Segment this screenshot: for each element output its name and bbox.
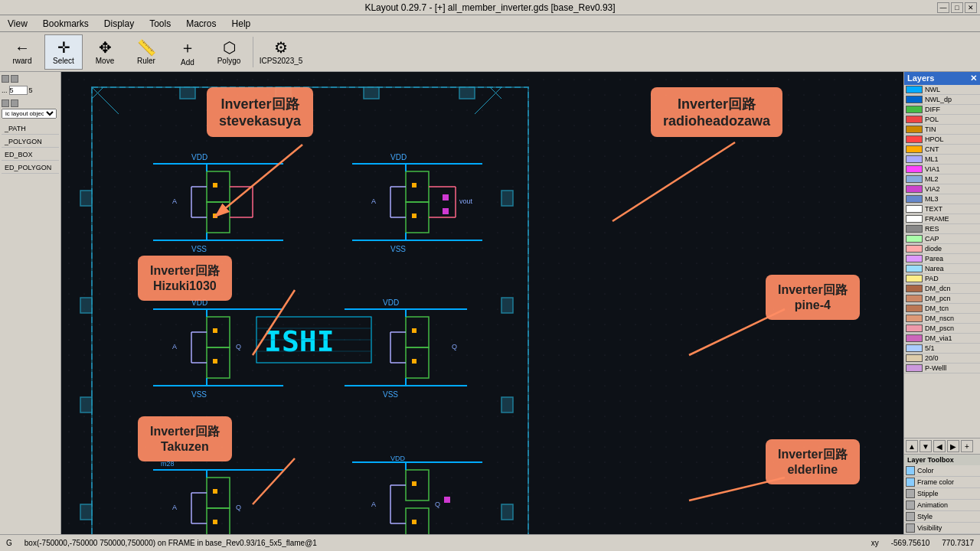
- path-tool[interactable]: _PATH: [2, 123, 59, 135]
- zoom-input[interactable]: [9, 86, 28, 95]
- svg-rect-44: [412, 183, 416, 187]
- svg-rect-110: [412, 481, 416, 486]
- add-tool-btn[interactable]: ＋ Add: [168, 34, 207, 70]
- layer-up-btn[interactable]: ▲: [906, 440, 918, 452]
- menu-view[interactable]: View: [3, 17, 32, 31]
- layer-nwl-dp[interactable]: NWL_dp: [904, 95, 980, 105]
- layer-text[interactable]: TEXT: [904, 204, 980, 214]
- sidebar-toggle-1[interactable]: [2, 75, 9, 83]
- layer-ml2-label: ML2: [925, 175, 939, 183]
- sub-toggle-2[interactable]: [11, 99, 18, 107]
- svg-rect-129: [501, 191, 513, 206]
- layer-dm-via1-label: DM_via1: [925, 334, 952, 342]
- svg-rect-118: [276, 87, 291, 99]
- layer-narea[interactable]: Narea: [904, 264, 980, 274]
- layer-frame-color-prop[interactable]: Frame color: [904, 477, 980, 488]
- ed-box-tool[interactable]: ED_BOX: [2, 149, 59, 161]
- menu-macros[interactable]: Macros: [181, 17, 220, 31]
- canvas-container[interactable]: [+] all_member_inverter.gds [base_Rev0.9…: [61, 72, 903, 534]
- layer-style-prop[interactable]: Style: [904, 511, 980, 523]
- back-tool-btn[interactable]: ← rward: [3, 34, 41, 70]
- layer-dm-dcn[interactable]: DM_dcn: [904, 284, 980, 294]
- close-button[interactable]: ✕: [965, 2, 977, 13]
- layer-diode[interactable]: diode: [904, 244, 980, 254]
- layer-ml1[interactable]: ML1: [904, 155, 980, 165]
- layer-res[interactable]: RES: [904, 224, 980, 234]
- layer-right-btn[interactable]: ▶: [947, 440, 959, 452]
- layer-5-1[interactable]: 5/1: [904, 344, 980, 354]
- layer-add-btn[interactable]: +: [961, 440, 973, 452]
- layer-dm-dcn-label: DM_dcn: [925, 285, 951, 292]
- layer-via1[interactable]: VIA1: [904, 165, 980, 174]
- svg-rect-127: [80, 397, 92, 412]
- layer-diff[interactable]: DIFF: [904, 105, 980, 115]
- svg-rect-81: [412, 359, 416, 364]
- layer-visibility-prop[interactable]: Visibility: [904, 523, 980, 534]
- layer-tin[interactable]: TIN: [904, 125, 980, 135]
- layer-animation-prop[interactable]: Animation: [904, 500, 980, 511]
- polygon-tool-btn[interactable]: ⬡ Polygo: [210, 34, 248, 70]
- polygon-sidebar-tool[interactable]: _POLYGON: [2, 136, 59, 148]
- svg-text:vout: vout: [459, 197, 473, 205]
- object-selector[interactable]: ic layout object: [2, 109, 57, 119]
- layer-pol[interactable]: POL: [904, 115, 980, 125]
- ed-polygon-tool[interactable]: ED_POLYGON: [2, 162, 59, 174]
- maximize-button[interactable]: □: [951, 2, 963, 13]
- icps-tool-btn[interactable]: ⚙ ICPS2023_5: [258, 34, 304, 70]
- status-g: G: [6, 539, 12, 547]
- layer-cnt[interactable]: CNT: [904, 145, 980, 155]
- polygon-icon: ⬡: [223, 38, 236, 57]
- layers-close-icon[interactable]: ✕: [970, 73, 977, 83]
- layer-dm-pcn[interactable]: DM_pcn: [904, 294, 980, 304]
- layer-hpol[interactable]: HPOL: [904, 135, 980, 145]
- svg-rect-132: [501, 504, 513, 520]
- layer-dm-pscn[interactable]: DM_pscn: [904, 324, 980, 334]
- menu-tools[interactable]: Tools: [145, 17, 175, 31]
- layer-5-1-label: 5/1: [925, 344, 935, 352]
- layer-dm-nscn[interactable]: DM_nscn: [904, 314, 980, 324]
- svg-rect-128: [80, 504, 92, 520]
- eda-canvas-svg[interactable]: VDD VSS A: [61, 72, 903, 534]
- move-tool-btn[interactable]: ✥ Move: [86, 34, 124, 70]
- layer-dm-tcn[interactable]: DM_tcn: [904, 304, 980, 314]
- layer-color-prop[interactable]: Color: [904, 465, 980, 477]
- layer-pad[interactable]: PAD: [904, 274, 980, 284]
- sidebar-toggle-2[interactable]: [11, 75, 18, 83]
- layer-cap[interactable]: CAP: [904, 234, 980, 244]
- layer-left-btn[interactable]: ◀: [933, 440, 946, 452]
- layer-nwl[interactable]: NWL: [904, 85, 980, 95]
- select-icon: ✛: [57, 38, 70, 57]
- layer-down-btn[interactable]: ▼: [920, 440, 932, 452]
- select-tool-btn[interactable]: ✛ Select: [44, 34, 83, 70]
- status-bar: G box(-750000,-750000 750000,750000) on …: [0, 534, 980, 551]
- menu-help[interactable]: Help: [227, 17, 256, 31]
- layer-color-label: Color: [917, 467, 934, 474]
- layer-frame[interactable]: FRAME: [904, 214, 980, 224]
- layer-parea[interactable]: Parea: [904, 254, 980, 264]
- minimize-button[interactable]: —: [937, 2, 949, 13]
- layer-via2[interactable]: VIA2: [904, 184, 980, 194]
- svg-rect-112: [444, 497, 450, 503]
- layer-stipple-prop[interactable]: Stipple: [904, 488, 980, 500]
- menu-bookmarks[interactable]: Bookmarks: [38, 17, 93, 31]
- svg-rect-26: [213, 183, 217, 187]
- move-icon: ✥: [99, 38, 112, 57]
- svg-text:VSS: VSS: [191, 390, 207, 399]
- layer-ml3[interactable]: ML3: [904, 194, 980, 204]
- status-coords2: 770.7317: [942, 539, 974, 547]
- svg-text:A: A: [172, 197, 177, 205]
- layer-ml2[interactable]: ML2: [904, 174, 980, 184]
- menu-display[interactable]: Display: [100, 17, 139, 31]
- layer-animation-label: Animation: [917, 501, 948, 509]
- svg-rect-61: [213, 328, 217, 333]
- layer-dm-pscn-label: DM_pscn: [925, 324, 954, 332]
- sub-toggle-1[interactable]: [2, 99, 9, 107]
- icps-icon: ⚙: [274, 38, 288, 57]
- layer-20-0-label: 20/0: [925, 354, 939, 362]
- svg-rect-130: [501, 298, 513, 313]
- layer-20-0[interactable]: 20/0: [904, 354, 980, 364]
- layer-p-welll[interactable]: P-Welll: [904, 364, 980, 373]
- ruler-tool-btn[interactable]: 📏 Ruler: [127, 34, 165, 70]
- layer-ml1-label: ML1: [925, 155, 939, 163]
- layer-dm-via1[interactable]: DM_via1: [904, 334, 980, 344]
